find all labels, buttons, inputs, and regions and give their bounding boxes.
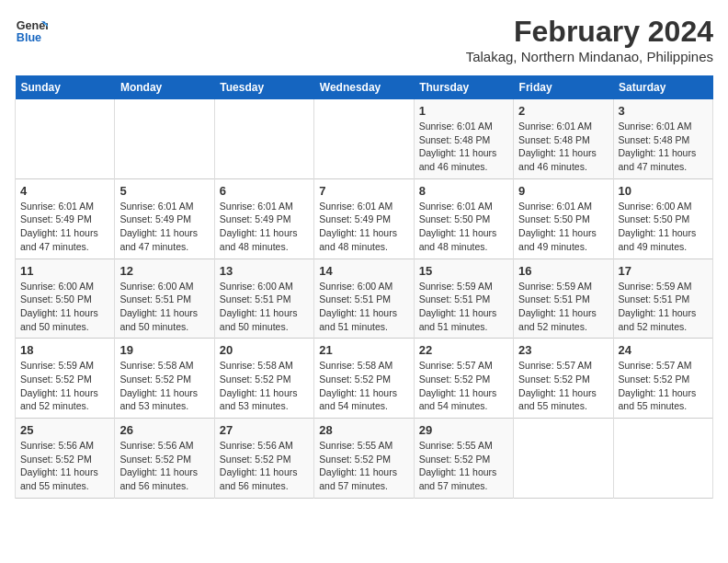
day-number: 11 xyxy=(20,264,109,278)
calendar-cell: 12Sunrise: 6:00 AM Sunset: 5:51 PM Dayli… xyxy=(115,259,214,339)
day-info: Sunrise: 6:01 AM Sunset: 5:48 PM Dayligh… xyxy=(619,120,708,174)
day-number: 15 xyxy=(419,264,508,278)
calendar-cell: 19Sunrise: 5:58 AM Sunset: 5:52 PM Dayli… xyxy=(115,339,214,419)
day-info: Sunrise: 5:56 AM Sunset: 5:52 PM Dayligh… xyxy=(220,439,309,493)
day-info: Sunrise: 5:58 AM Sunset: 5:52 PM Dayligh… xyxy=(220,359,309,413)
day-number: 21 xyxy=(319,343,408,357)
header-wednesday: Wednesday xyxy=(314,75,414,99)
day-number: 17 xyxy=(619,264,708,278)
day-number: 28 xyxy=(319,423,408,437)
day-number: 16 xyxy=(518,264,608,278)
week-row-3: 11Sunrise: 6:00 AM Sunset: 5:50 PM Dayli… xyxy=(16,259,713,339)
day-number: 10 xyxy=(619,184,708,198)
day-number: 8 xyxy=(419,184,508,198)
day-number: 19 xyxy=(119,343,209,357)
day-info: Sunrise: 6:01 AM Sunset: 5:49 PM Dayligh… xyxy=(220,200,309,254)
calendar-cell: 13Sunrise: 6:00 AM Sunset: 5:51 PM Dayli… xyxy=(214,259,313,339)
day-number: 1 xyxy=(419,104,508,118)
week-row-1: 1Sunrise: 6:01 AM Sunset: 5:48 PM Daylig… xyxy=(16,99,713,178)
calendar-cell: 17Sunrise: 5:59 AM Sunset: 5:51 PM Dayli… xyxy=(613,259,712,339)
month-title: February 2024 xyxy=(466,15,713,49)
day-info: Sunrise: 5:58 AM Sunset: 5:52 PM Dayligh… xyxy=(319,359,408,413)
calendar-cell xyxy=(514,419,613,499)
day-number: 18 xyxy=(20,343,109,357)
header-saturday: Saturday xyxy=(613,75,712,99)
day-number: 14 xyxy=(319,264,408,278)
calendar-cell: 8Sunrise: 6:01 AM Sunset: 5:50 PM Daylig… xyxy=(414,178,513,259)
header-thursday: Thursday xyxy=(414,75,513,99)
header-friday: Friday xyxy=(514,75,613,99)
week-row-4: 18Sunrise: 5:59 AM Sunset: 5:52 PM Dayli… xyxy=(16,339,713,419)
day-number: 5 xyxy=(119,184,209,198)
day-number: 3 xyxy=(619,104,708,118)
calendar-cell xyxy=(16,99,115,178)
logo: General Blue xyxy=(15,15,48,48)
day-number: 7 xyxy=(319,184,408,198)
day-info: Sunrise: 5:59 AM Sunset: 5:51 PM Dayligh… xyxy=(518,280,608,334)
location-subtitle: Talakag, Northern Mindanao, Philippines xyxy=(466,49,713,64)
svg-text:Blue: Blue xyxy=(17,31,41,44)
calendar-cell: 5Sunrise: 6:01 AM Sunset: 5:49 PM Daylig… xyxy=(115,178,214,259)
day-number: 20 xyxy=(220,343,309,357)
calendar-cell: 27Sunrise: 5:56 AM Sunset: 5:52 PM Dayli… xyxy=(214,419,313,499)
day-info: Sunrise: 6:00 AM Sunset: 5:51 PM Dayligh… xyxy=(319,280,408,334)
calendar-cell: 9Sunrise: 6:01 AM Sunset: 5:50 PM Daylig… xyxy=(514,178,613,259)
calendar-cell xyxy=(214,99,313,178)
calendar-cell xyxy=(613,419,712,499)
day-info: Sunrise: 6:01 AM Sunset: 5:48 PM Dayligh… xyxy=(518,120,608,174)
day-info: Sunrise: 5:57 AM Sunset: 5:52 PM Dayligh… xyxy=(419,359,508,413)
day-info: Sunrise: 5:55 AM Sunset: 5:52 PM Dayligh… xyxy=(319,439,408,493)
day-info: Sunrise: 5:57 AM Sunset: 5:52 PM Dayligh… xyxy=(619,359,708,413)
calendar-cell xyxy=(314,99,414,178)
calendar-cell: 23Sunrise: 5:57 AM Sunset: 5:52 PM Dayli… xyxy=(514,339,613,419)
day-number: 2 xyxy=(518,104,608,118)
day-info: Sunrise: 6:00 AM Sunset: 5:51 PM Dayligh… xyxy=(220,280,309,334)
calendar-cell: 1Sunrise: 6:01 AM Sunset: 5:48 PM Daylig… xyxy=(414,99,513,178)
header-monday: Monday xyxy=(115,75,214,99)
day-number: 22 xyxy=(419,343,508,357)
week-row-5: 25Sunrise: 5:56 AM Sunset: 5:52 PM Dayli… xyxy=(16,419,713,499)
day-info: Sunrise: 6:01 AM Sunset: 5:50 PM Dayligh… xyxy=(518,200,608,254)
calendar-cell: 4Sunrise: 6:01 AM Sunset: 5:49 PM Daylig… xyxy=(16,178,115,259)
calendar-cell: 16Sunrise: 5:59 AM Sunset: 5:51 PM Dayli… xyxy=(514,259,613,339)
calendar-cell: 10Sunrise: 6:00 AM Sunset: 5:50 PM Dayli… xyxy=(613,178,712,259)
day-info: Sunrise: 6:01 AM Sunset: 5:49 PM Dayligh… xyxy=(119,200,209,254)
day-number: 12 xyxy=(119,264,209,278)
day-info: Sunrise: 6:00 AM Sunset: 5:50 PM Dayligh… xyxy=(619,200,708,254)
day-info: Sunrise: 6:01 AM Sunset: 5:49 PM Dayligh… xyxy=(319,200,408,254)
calendar-cell: 21Sunrise: 5:58 AM Sunset: 5:52 PM Dayli… xyxy=(314,339,414,419)
day-number: 4 xyxy=(20,184,109,198)
day-info: Sunrise: 6:00 AM Sunset: 5:50 PM Dayligh… xyxy=(20,280,109,334)
calendar-cell: 11Sunrise: 6:00 AM Sunset: 5:50 PM Dayli… xyxy=(16,259,115,339)
day-number: 13 xyxy=(220,264,309,278)
calendar-cell: 15Sunrise: 5:59 AM Sunset: 5:51 PM Dayli… xyxy=(414,259,513,339)
calendar-cell: 7Sunrise: 6:01 AM Sunset: 5:49 PM Daylig… xyxy=(314,178,414,259)
day-info: Sunrise: 5:58 AM Sunset: 5:52 PM Dayligh… xyxy=(119,359,209,413)
calendar-cell: 25Sunrise: 5:56 AM Sunset: 5:52 PM Dayli… xyxy=(16,419,115,499)
calendar-cell: 6Sunrise: 6:01 AM Sunset: 5:49 PM Daylig… xyxy=(214,178,313,259)
day-info: Sunrise: 6:00 AM Sunset: 5:51 PM Dayligh… xyxy=(119,280,209,334)
day-info: Sunrise: 5:57 AM Sunset: 5:52 PM Dayligh… xyxy=(518,359,608,413)
day-number: 9 xyxy=(518,184,608,198)
calendar-cell: 26Sunrise: 5:56 AM Sunset: 5:52 PM Dayli… xyxy=(115,419,214,499)
header-sunday: Sunday xyxy=(16,75,115,99)
title-block: February 2024 Talakag, Northern Mindanao… xyxy=(466,15,713,64)
calendar-header-row: SundayMondayTuesdayWednesdayThursdayFrid… xyxy=(16,75,713,99)
calendar-cell: 28Sunrise: 5:55 AM Sunset: 5:52 PM Dayli… xyxy=(314,419,414,499)
header-tuesday: Tuesday xyxy=(214,75,313,99)
calendar-cell: 22Sunrise: 5:57 AM Sunset: 5:52 PM Dayli… xyxy=(414,339,513,419)
day-info: Sunrise: 5:59 AM Sunset: 5:51 PM Dayligh… xyxy=(619,280,708,334)
logo-icon: General Blue xyxy=(15,15,48,48)
calendar-cell: 24Sunrise: 5:57 AM Sunset: 5:52 PM Dayli… xyxy=(613,339,712,419)
day-info: Sunrise: 5:59 AM Sunset: 5:51 PM Dayligh… xyxy=(419,280,508,334)
day-number: 6 xyxy=(220,184,309,198)
calendar-cell: 2Sunrise: 6:01 AM Sunset: 5:48 PM Daylig… xyxy=(514,99,613,178)
day-info: Sunrise: 5:59 AM Sunset: 5:52 PM Dayligh… xyxy=(20,359,109,413)
day-info: Sunrise: 5:56 AM Sunset: 5:52 PM Dayligh… xyxy=(119,439,209,493)
calendar-cell: 14Sunrise: 6:00 AM Sunset: 5:51 PM Dayli… xyxy=(314,259,414,339)
calendar-cell: 3Sunrise: 6:01 AM Sunset: 5:48 PM Daylig… xyxy=(613,99,712,178)
calendar-cell: 20Sunrise: 5:58 AM Sunset: 5:52 PM Dayli… xyxy=(214,339,313,419)
calendar-table: SundayMondayTuesdayWednesdayThursdayFrid… xyxy=(15,75,713,499)
day-info: Sunrise: 6:01 AM Sunset: 5:48 PM Dayligh… xyxy=(419,120,508,174)
week-row-2: 4Sunrise: 6:01 AM Sunset: 5:49 PM Daylig… xyxy=(16,178,713,259)
